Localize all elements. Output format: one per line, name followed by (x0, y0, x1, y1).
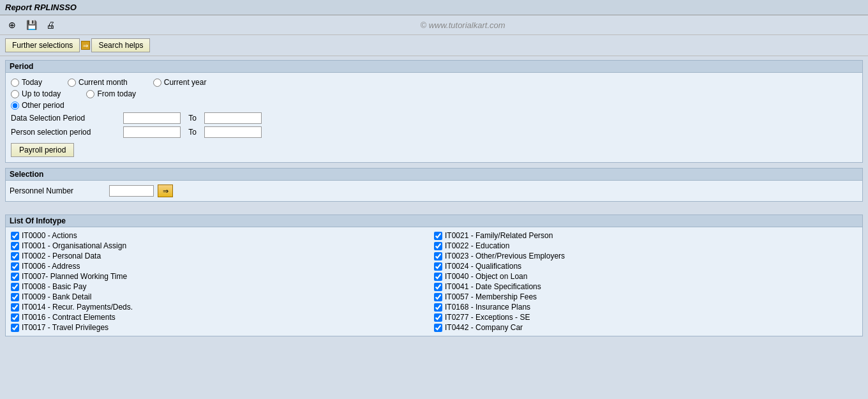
radio-up-to-today[interactable]: Up to today (11, 89, 61, 98)
period-section-body: Today Current month Current year Up to t… (6, 73, 862, 162)
personnel-search-button[interactable]: ⇒ (158, 184, 173, 197)
infotype-checkbox-IT0057[interactable] (434, 293, 442, 301)
radio-from-today-label: From today (97, 89, 136, 98)
radio-current-year-label: Current year (164, 78, 207, 87)
infotype-checkbox-IT0277[interactable] (434, 313, 442, 322)
infotype-checkbox-IT0040[interactable] (434, 273, 442, 281)
personnel-number-label: Personnel Number (10, 186, 105, 195)
infotype-label-IT0040: IT0040 - Object on Loan (445, 272, 527, 281)
radio-row-2: Up to today From today (11, 89, 857, 98)
arrow-separator-icon: ⇒ (81, 41, 90, 50)
list-item: IT0016 - Contract Elements (11, 313, 434, 322)
infotype-label-IT0024: IT0024 - Qualifications (445, 262, 521, 271)
radio-current-month-input[interactable] (68, 79, 76, 87)
save-icon[interactable]: 💾 (24, 18, 38, 32)
radio-current-year-input[interactable] (153, 79, 161, 87)
infotype-checkbox-IT0016[interactable] (11, 313, 19, 322)
infotype-checkbox-IT0022[interactable] (434, 242, 442, 250)
search-helps-button[interactable]: Search helps (91, 38, 150, 52)
globe-icon[interactable]: ⊕ (5, 18, 19, 32)
data-selection-from-input[interactable] (123, 112, 181, 124)
list-item: IT0057 - Membership Fees (434, 292, 857, 301)
radio-row-1: Today Current month Current year (11, 78, 857, 87)
radio-current-month[interactable]: Current month (68, 78, 128, 87)
person-selection-to-input[interactable] (204, 126, 262, 138)
infotype-checkbox-IT0442[interactable] (434, 324, 442, 332)
list-item: IT0014 - Recur. Payments/Deds. (11, 303, 434, 312)
list-item: IT0168 - Insurance Plans (434, 303, 857, 312)
infotype-checkbox-IT0007[interactable] (11, 273, 19, 281)
infotype-label-IT0014: IT0014 - Recur. Payments/Deds. (22, 303, 133, 312)
infotype-checkbox-IT0168[interactable] (434, 303, 442, 312)
infotype-checkbox-IT0041[interactable] (434, 283, 442, 291)
selection-row: Personnel Number ⇒ (6, 181, 862, 201)
person-selection-to-label: To (184, 128, 200, 137)
list-item: IT0021 - Family/Related Person (434, 231, 857, 240)
infotype-checkbox-IT0000[interactable] (11, 232, 19, 240)
list-item: IT0022 - Education (434, 241, 857, 250)
infotype-col-2: IT0021 - Family/Related PersonIT0022 - E… (434, 231, 857, 332)
list-item: IT0023 - Other/Previous Employers (434, 252, 857, 260)
list-item: IT0001 - Organisational Assign (11, 241, 434, 250)
list-item: IT0024 - Qualifications (434, 262, 857, 271)
infotype-label-IT0006: IT0006 - Address (22, 262, 80, 271)
infotype-checkbox-IT0002[interactable] (11, 252, 19, 260)
search-helps-label: Search helps (98, 41, 143, 50)
infotype-label-IT0009: IT0009 - Bank Detail (22, 292, 91, 301)
radio-current-year[interactable]: Current year (153, 78, 207, 87)
list-item: IT0002 - Personal Data (11, 252, 434, 260)
infotype-label-IT0442: IT0442 - Company Car (445, 323, 523, 332)
further-selections-label: Further selections (12, 41, 73, 50)
list-item: IT0008 - Basic Pay (11, 282, 434, 291)
data-selection-to-input[interactable] (204, 112, 262, 124)
radio-other-period[interactable]: Other period (11, 101, 64, 110)
infotype-label-IT0277: IT0277 - Exceptions - SE (445, 313, 530, 322)
person-selection-label: Person selection period (11, 128, 119, 137)
list-item: IT0442 - Company Car (434, 323, 857, 332)
infotype-list-section: List Of Infotype IT0000 - ActionsIT0001 … (5, 215, 863, 336)
infotype-label-IT0002: IT0002 - Personal Data (22, 252, 101, 260)
radio-up-to-today-label: Up to today (22, 89, 61, 98)
infotype-checkbox-IT0024[interactable] (434, 262, 442, 271)
radio-from-today-input[interactable] (86, 90, 94, 98)
list-item: IT0041 - Date Specifications (434, 282, 857, 291)
payroll-period-button[interactable]: Payroll period (11, 143, 74, 157)
radio-up-to-today-input[interactable] (11, 90, 19, 98)
period-section-header: Period (6, 61, 862, 73)
radio-from-today[interactable]: From today (86, 89, 136, 98)
infotype-checkbox-IT0014[interactable] (11, 303, 19, 312)
person-selection-from-input[interactable] (123, 126, 181, 138)
infotype-label-IT0021: IT0021 - Family/Related Person (445, 231, 553, 240)
infotype-checkbox-IT0009[interactable] (11, 293, 19, 301)
print-icon[interactable]: 🖨 (43, 18, 57, 32)
radio-today-input[interactable] (11, 79, 19, 87)
watermark: © www.tutorialkart.com (63, 20, 863, 30)
data-selection-to-label: To (184, 114, 200, 123)
radio-row-3: Other period (11, 101, 857, 110)
selection-section: Selection Personnel Number ⇒ (5, 168, 863, 202)
radio-today-label: Today (22, 78, 42, 87)
infotype-checkbox-IT0021[interactable] (434, 232, 442, 240)
further-selections-button[interactable]: Further selections (5, 38, 80, 52)
payroll-period-label: Payroll period (19, 146, 66, 154)
infotype-checkbox-IT0023[interactable] (434, 252, 442, 260)
infotype-label-IT0168: IT0168 - Insurance Plans (445, 303, 530, 312)
period-section: Period Today Current month Current year (5, 60, 863, 163)
infotype-checkbox-IT0008[interactable] (11, 283, 19, 291)
title-bar: Report RPLINSSO (0, 0, 868, 15)
infotype-list-header: List Of Infotype (6, 215, 862, 227)
infotype-checkbox-IT0001[interactable] (11, 242, 19, 250)
radio-today[interactable]: Today (11, 78, 42, 87)
radio-current-month-label: Current month (79, 78, 128, 87)
infotype-label-IT0007: IT0007- Planned Working Time (22, 272, 127, 281)
list-item: IT0040 - Object on Loan (434, 272, 857, 281)
infotype-label-IT0057: IT0057 - Membership Fees (445, 292, 537, 301)
personnel-number-input[interactable] (109, 185, 154, 197)
radio-other-period-input[interactable] (11, 102, 19, 110)
report-title: Report RPLINSSO (5, 3, 77, 12)
selection-section-header: Selection (6, 169, 862, 181)
infotype-col-1: IT0000 - ActionsIT0001 - Organisational … (11, 231, 434, 332)
infotype-checkbox-IT0017[interactable] (11, 324, 19, 332)
infotype-checkbox-IT0006[interactable] (11, 262, 19, 271)
data-selection-row: Data Selection Period To (11, 112, 857, 124)
